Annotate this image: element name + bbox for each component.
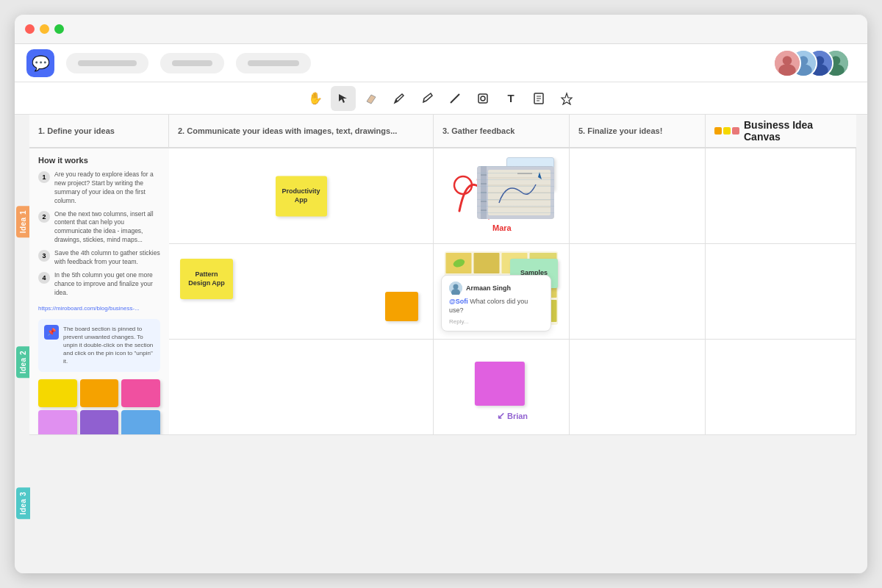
line-tool[interactable] xyxy=(442,86,467,111)
bic-panel: How it works 1 Are you ready to explore … xyxy=(29,148,169,435)
fullscreen-button[interactable] xyxy=(54,24,64,34)
bic-notice: 📌 The board section is pinned to prevent… xyxy=(38,319,160,372)
select-tool[interactable] xyxy=(331,86,356,111)
row-tab-wrap-2: Idea 2 xyxy=(15,292,29,432)
bic-how-it-works: How it works 1 Are you ready to explore … xyxy=(38,156,160,435)
app-logo[interactable]: 💬 xyxy=(26,49,54,77)
title-bar xyxy=(15,15,867,44)
col-header-4-label: 5. Finalize your ideas! xyxy=(578,126,662,135)
col-header-bic-label: Business Idea Canvas xyxy=(744,119,847,143)
nav-pill-3[interactable] xyxy=(236,53,311,74)
toolbar: ✋ T xyxy=(15,82,867,115)
logo-icon: 💬 xyxy=(32,54,50,72)
svg-rect-29 xyxy=(488,170,551,215)
bic-sq-yellow xyxy=(723,127,731,135)
orange-sticky[interactable] xyxy=(385,292,418,321)
grid-scroll[interactable]: 1. Define your ideas 2. Communicate your… xyxy=(29,115,867,573)
comment-bubble: Armaan Singh @Sofi What colors did you u… xyxy=(441,275,551,331)
hand-tool[interactable]: ✋ xyxy=(303,86,328,111)
notebook-svg xyxy=(477,166,554,219)
row-tab-idea3: Idea 3 xyxy=(16,487,30,519)
eraser-tool[interactable] xyxy=(359,86,384,111)
bic-step-text-2: One the next two columns, insert all con… xyxy=(54,210,160,245)
bic-link[interactable]: https://miroboard.com/blog/business-... xyxy=(38,305,160,312)
marker-tool[interactable] xyxy=(415,86,440,111)
text-tool[interactable]: T xyxy=(498,86,523,111)
nav-pill-2[interactable] xyxy=(160,53,224,74)
note-tool[interactable] xyxy=(526,86,551,111)
sticky-productivity-app[interactable]: Productivity App xyxy=(276,176,327,216)
cell-r2c1: Pattern Design App xyxy=(169,244,434,340)
brian-label: ↙ Brian xyxy=(497,410,528,421)
bic-subtitle: How it works xyxy=(38,156,160,165)
svg-point-2 xyxy=(778,63,795,76)
avatar-1[interactable] xyxy=(773,49,801,77)
pin-tool[interactable] xyxy=(554,86,579,111)
col-header-2-label: 2. Communicate your ideas with images, t… xyxy=(178,126,397,135)
nav-left: 💬 xyxy=(26,49,311,77)
row-tab-idea1: Idea 1 xyxy=(16,206,30,237)
palette-sticky-pink[interactable] xyxy=(121,379,160,407)
traffic-lights xyxy=(25,24,64,34)
bic-num-3: 3 xyxy=(38,250,50,262)
brian-pink-sticky[interactable] xyxy=(475,362,525,406)
commenter-avatar xyxy=(449,282,462,295)
bic-notice-text: The board section is pinned to prevent u… xyxy=(63,325,154,366)
canvas-grid: 1. Define your ideas 2. Communicate your… xyxy=(29,115,867,435)
svg-rect-22 xyxy=(477,166,554,219)
shape-tool[interactable] xyxy=(470,86,495,111)
nav-pill-bar-2 xyxy=(172,60,212,66)
bic-notice-icon: 📌 xyxy=(44,325,59,340)
cell-r2c2: Samples ↙ Sofi Armaan Singh xyxy=(434,244,570,340)
pattern-design-sticky[interactable]: Pattern Design App xyxy=(180,259,233,299)
row-tab-wrap-1: Idea 1 xyxy=(15,151,29,292)
cell-r1c3 xyxy=(570,148,706,244)
nav-right xyxy=(773,49,856,77)
palette-sticky-yellow[interactable] xyxy=(38,379,77,407)
bic-step-text-3: Save the 4th column to gather stickies w… xyxy=(54,249,160,267)
app-window: 💬 ✋ xyxy=(15,15,867,573)
cell-r3c4 xyxy=(706,340,856,435)
svg-rect-38 xyxy=(474,253,500,273)
bic-color-icon xyxy=(714,127,739,135)
col-header-3: 3. Gather feedback xyxy=(434,115,570,148)
cell-r2c3 xyxy=(570,244,706,340)
comment-reply[interactable]: Reply... xyxy=(449,318,543,325)
bic-step-2: 2 One the next two columns, insert all c… xyxy=(38,210,160,245)
bic-num-1: 1 xyxy=(38,171,50,183)
close-button[interactable] xyxy=(25,24,35,34)
svg-rect-13 xyxy=(478,94,487,103)
nav-pill-bar-3 xyxy=(248,60,299,66)
svg-rect-23 xyxy=(481,166,487,219)
col-header-4: 5. Finalize your ideas! xyxy=(570,115,706,148)
comment-text: @Sofi What colors did you use? xyxy=(449,297,543,315)
bic-step-text-1: Are you ready to explore ideas for a new… xyxy=(54,171,160,206)
bic-num-4: 4 xyxy=(38,272,50,284)
col-header-1: 1. Define your ideas xyxy=(29,115,169,148)
comment-author: Armaan Singh xyxy=(449,282,543,295)
palette-sticky-orange[interactable] xyxy=(80,379,119,407)
pattern-design-sticky-wrap: Pattern Design App xyxy=(180,259,233,299)
cell-r1c4 xyxy=(706,148,856,244)
col-header-3-label: 3. Gather feedback xyxy=(442,126,514,135)
top-nav: 💬 xyxy=(15,44,867,82)
pen-tool[interactable] xyxy=(387,86,412,111)
nav-pill-1[interactable] xyxy=(66,53,148,74)
row-tab-idea2: Idea 2 xyxy=(16,346,30,378)
palette-sticky-blue[interactable] xyxy=(121,410,160,435)
minimize-button[interactable] xyxy=(40,24,49,34)
commenter-name: Armaan Singh xyxy=(466,284,511,292)
nav-pill-bar-1 xyxy=(78,60,137,66)
bic-step-3: 3 Save the 4th column to gather stickies… xyxy=(38,249,160,267)
bic-step-1: 1 Are you ready to explore ideas for a n… xyxy=(38,171,160,206)
cell-r1c2: Screen Sequence xyxy=(434,148,570,244)
notebook-image xyxy=(477,166,554,219)
row-tab-wrap-3: Idea 3 xyxy=(15,433,29,573)
cell-r3c3 xyxy=(570,340,706,435)
cell-r1c1: Productivity App xyxy=(169,148,434,244)
palette-sticky-purple[interactable] xyxy=(80,410,119,435)
palette-sticky-lavender[interactable] xyxy=(38,410,77,435)
left-tabs: Idea 1 Idea 2 Idea 3 xyxy=(15,151,29,573)
cell-r3c2: ↙ Brian xyxy=(434,340,570,435)
brian-sticky-wrap: ↙ Brian xyxy=(475,362,528,421)
